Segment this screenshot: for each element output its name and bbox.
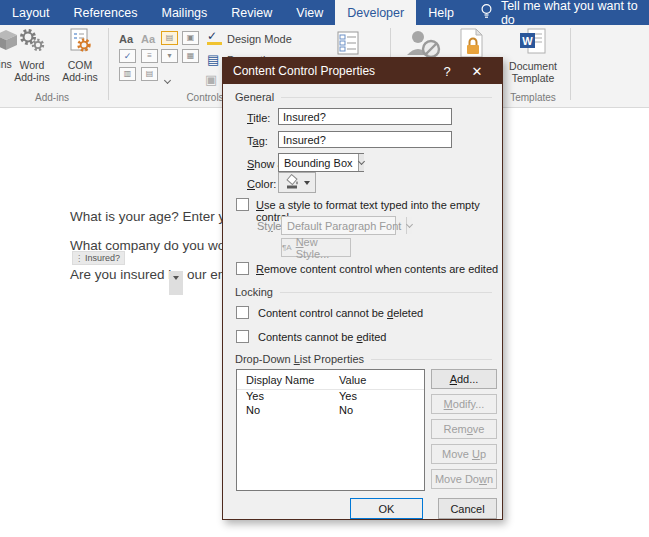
checkbox-control-icon[interactable]: ✓ [119,49,136,63]
modify-button: Modify... [431,394,497,414]
repeating-section-control-icon[interactable]: ▤ [141,67,158,81]
add-button[interactable]: Add... [431,369,497,389]
content-control-dropdown-button[interactable] [169,271,183,295]
color-picker-button[interactable] [278,172,316,193]
cannot-delete-label: Content control cannot be deleted [258,307,423,319]
group-separator [570,28,571,100]
word-addins-label: Word Add-ins [9,59,55,83]
tell-me-box[interactable]: Tell me what you want to do [480,0,649,25]
style-dropdown: Default Paragraph Font [281,216,396,235]
legacy-tools-icon[interactable]: ▥ [119,67,136,81]
cannot-edit-label: Contents cannot be edited [258,331,386,343]
group-icon[interactable]: ▣ [205,72,217,87]
word-window: Layout References Mailings Review View D… [0,0,649,537]
addins-group-label: Add-ins [0,92,104,103]
com-addins-icon [67,28,93,57]
style-value: Default Paragraph Font [282,220,406,232]
list-item[interactable]: Yes Yes [237,390,424,404]
document-text: Are you insured by [70,267,183,282]
content-control-tag[interactable]: ⋮ Insured? [72,251,125,265]
properties-icon: ▤ [207,52,219,67]
word-document-icon: W [518,28,548,58]
locking-section-header: Locking [235,286,492,298]
help-icon[interactable]: ? [432,64,462,79]
xml-mapping-pane-icon[interactable] [337,31,359,59]
word-addins-button[interactable]: Word Add-ins [9,28,55,83]
color-label: Color: [247,178,276,190]
list-item[interactable]: No No [237,404,424,418]
tab-references[interactable]: References [62,0,150,25]
ribbon-tab-bar: Layout References Mailings Review View D… [0,0,649,25]
new-style-icon: ¶A [282,243,292,252]
tab-view[interactable]: View [284,0,335,25]
group-separator [108,28,109,100]
chevron-down-icon [358,154,364,171]
dropdown-list-control-icon[interactable]: ▾ [161,49,178,63]
tab-developer[interactable]: Developer [335,0,416,25]
document-text-line: What is your age? Enter you [70,209,240,224]
document-text-line: Are you insured by [70,267,183,282]
tag-label: Tag: [247,135,268,147]
dialog-title-bar[interactable]: Content Control Properties ? ✕ [223,58,502,84]
rich-text-control-icon[interactable]: Aa [119,32,133,46]
paint-bucket-icon [285,174,300,191]
building-block-gallery-icon[interactable]: ▣ [182,31,199,45]
plain-text-control-icon[interactable]: Aa [141,32,155,46]
dropdown-entries-listbox[interactable]: Display Name Value Yes Yes No No [236,369,425,491]
combo-box-control-icon[interactable]: ≡ [141,49,158,63]
design-mode-icon: ✓ [207,31,222,45]
content-control-properties-dialog: Content Control Properties ? ✕ General T… [222,57,503,520]
dialog-title: Content Control Properties [233,64,432,78]
close-icon[interactable]: ✕ [462,64,492,79]
design-mode-label[interactable]: Design Mode [227,33,292,45]
grip-dots-icon: ⋮ [75,254,83,263]
word-addins-gears-icon [18,28,46,57]
chevron-down-icon [406,217,412,234]
remove-content-control-label: Remove content control when contents are… [256,263,498,275]
column-value: Value [339,374,366,386]
new-style-button: ¶A New Style... [281,238,351,257]
lightbulb-icon [480,3,493,23]
document-template-label: Document Template [504,60,562,84]
dropdown-arrow-icon [173,276,179,280]
remove-content-control-checkbox[interactable] [236,262,249,275]
dropdown-arrow-icon [304,181,310,185]
com-addins-label: COM Add-ins [57,59,103,83]
general-section-header: General [235,91,492,103]
tab-help[interactable]: Help [416,0,466,25]
show-as-dropdown[interactable]: Bounding Box [278,153,364,172]
listbox-header: Display Name Value [237,370,424,390]
tab-layout[interactable]: Layout [0,0,62,25]
picture-control-icon[interactable]: ▤ [161,31,178,45]
dropdown-list-section-header: Drop-Down List Properties [235,353,492,365]
title-label: Title: [247,112,270,124]
date-picker-control-icon[interactable]: ▦ [182,49,199,63]
svg-text:W: W [522,35,533,47]
show-as-value: Bounding Box [279,157,358,169]
tab-mailings[interactable]: Mailings [149,0,219,25]
column-display-name: Display Name [246,374,314,386]
tell-me-label: Tell me what you want to do [501,0,649,27]
cannot-delete-checkbox[interactable] [236,306,249,319]
cannot-edit-checkbox[interactable] [236,330,249,343]
remove-button: Remove [431,419,497,439]
move-up-button: Move Up [431,444,497,464]
com-addins-button[interactable]: COM Add-ins [57,28,103,83]
move-down-button: Move Down [431,469,497,489]
tab-review[interactable]: Review [219,0,284,25]
content-control-tag-label: Insured? [85,253,120,263]
title-input[interactable] [278,108,452,125]
use-style-checkbox[interactable] [236,198,249,211]
document-template-button[interactable]: W Document Template [504,28,562,84]
more-controls-chevron-icon[interactable] [162,71,170,89]
templates-group-label: Templates [504,92,562,103]
cancel-button[interactable]: Cancel [438,498,497,519]
tag-input[interactable] [278,131,452,148]
ok-button[interactable]: OK [350,498,423,519]
